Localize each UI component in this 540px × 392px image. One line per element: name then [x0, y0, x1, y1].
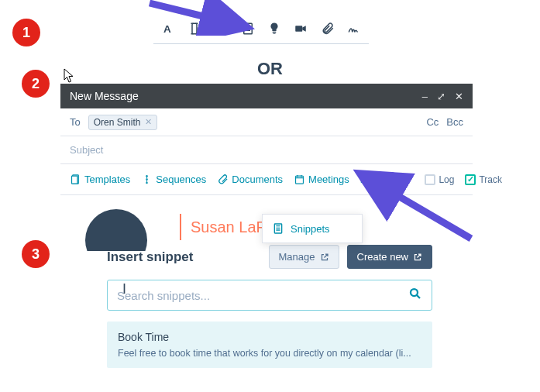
- manage-label: Manage: [279, 251, 315, 263]
- svg-line-5: [150, 3, 244, 26]
- svg-point-14: [411, 289, 418, 296]
- subject-field[interactable]: Subject: [60, 136, 473, 164]
- snippet-result-item[interactable]: Book Time Feel free to book time that wo…: [107, 322, 432, 368]
- more-dropdown-snippets-item[interactable]: Snippets: [262, 214, 363, 243]
- minimize-icon[interactable]: –: [422, 91, 428, 102]
- search-snippets-field[interactable]: [107, 280, 432, 311]
- recipient-chip[interactable]: Oren Smith ✕: [88, 115, 158, 130]
- svg-point-8: [146, 175, 149, 177]
- signature-bar: [180, 214, 181, 240]
- templates-button[interactable]: Templates: [70, 174, 130, 185]
- search-icon[interactable]: [408, 287, 422, 304]
- sequences-button[interactable]: Sequences: [141, 174, 206, 185]
- svg-rect-4: [296, 26, 303, 32]
- recipient-name: Oren Smith: [94, 117, 141, 128]
- documents-button[interactable]: Documents: [217, 174, 283, 185]
- to-label: To: [70, 116, 81, 128]
- meetings-label: Meetings: [308, 174, 349, 185]
- callout-arrow-2: [349, 163, 480, 251]
- sequences-label: Sequences: [156, 174, 206, 185]
- expand-icon[interactable]: ⤢: [437, 91, 445, 102]
- create-label: Create new: [357, 251, 408, 263]
- signature-icon[interactable]: [347, 22, 361, 36]
- bcc-button[interactable]: Bcc: [446, 116, 463, 128]
- text-cursor-icon: I: [122, 281, 126, 297]
- meetings-button[interactable]: Meetings: [294, 174, 349, 185]
- cc-button[interactable]: Cc: [426, 116, 439, 128]
- search-input[interactable]: [117, 289, 408, 302]
- step-badge-3: 3: [22, 240, 50, 268]
- step-badge-2: 2: [22, 70, 50, 98]
- close-icon[interactable]: ✕: [455, 91, 463, 102]
- svg-rect-11: [296, 176, 304, 184]
- snippet-title: Book Time: [118, 331, 421, 343]
- documents-label: Documents: [232, 174, 283, 185]
- step-badge-1: 1: [12, 19, 40, 46]
- or-divider-label: OR: [0, 59, 540, 79]
- knowledge-icon[interactable]: [267, 22, 281, 36]
- callout-arrow-1: [143, 0, 267, 36]
- remove-recipient-icon[interactable]: ✕: [145, 117, 152, 127]
- compose-header: New Message – ⤢ ✕: [60, 84, 473, 108]
- signature-name: Susan LaP: [191, 218, 267, 236]
- svg-point-10: [146, 182, 149, 184]
- templates-label: Templates: [84, 174, 130, 185]
- compose-title: New Message: [70, 90, 139, 102]
- svg-rect-7: [72, 176, 78, 184]
- track-label: Track: [479, 174, 502, 185]
- svg-line-13: [363, 175, 471, 239]
- svg-point-9: [146, 178, 149, 181]
- snippet-preview: Feel free to book time that works for yo…: [118, 348, 421, 359]
- snippets-menu-label: Snippets: [291, 223, 330, 235]
- cursor-pointer-icon: [64, 68, 76, 87]
- insert-snippet-panel: Insert snippet Manage Create new Book Ti…: [107, 245, 432, 368]
- video-icon[interactable]: [294, 22, 308, 36]
- attachment-icon[interactable]: [321, 22, 335, 36]
- panel-title: Insert snippet: [107, 249, 193, 265]
- to-field-row[interactable]: To Oren Smith ✕ Cc Bcc: [60, 108, 473, 136]
- manage-button[interactable]: Manage: [269, 245, 339, 269]
